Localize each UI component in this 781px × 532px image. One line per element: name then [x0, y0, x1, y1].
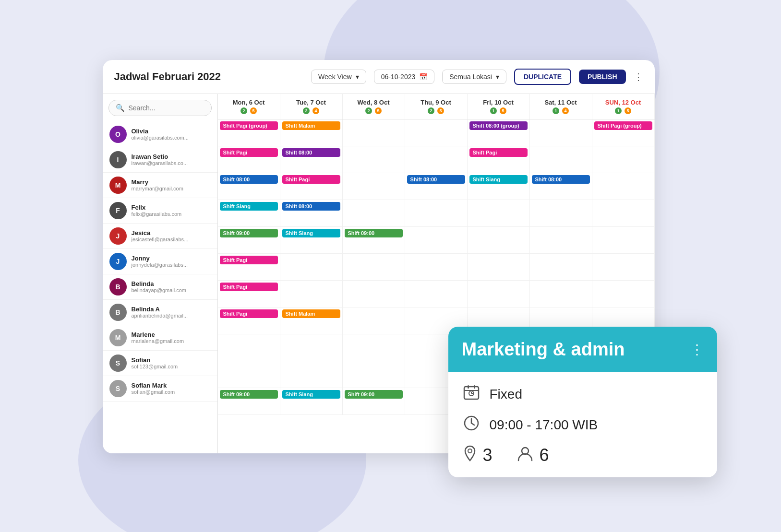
list-item[interactable]: MMarlenemarialena@gmail.com: [103, 325, 217, 351]
cal-cell-1-3: [405, 146, 468, 173]
cal-cell-8-0: [218, 334, 280, 361]
shift-tag[interactable]: Shift 08:00: [532, 175, 590, 184]
list-item[interactable]: JJesicajesicastefi@garasilabs...: [103, 224, 217, 249]
cal-cell-5-4: [468, 254, 530, 280]
shift-tag[interactable]: Shift 08:00: [220, 175, 278, 184]
search-box[interactable]: 🔍: [108, 100, 212, 116]
shift-tag[interactable]: Shift 08:00 (group): [469, 121, 528, 130]
list-item[interactable]: OOliviaolivia@garasilabs.com...: [103, 122, 217, 147]
page-title: Jadwal Februari 2022: [114, 71, 304, 83]
shift-tag[interactable]: Shift Siang: [282, 229, 340, 237]
popup-title: Marketing & admin: [462, 339, 625, 360]
employee-name: Jonny: [132, 255, 188, 262]
search-input[interactable]: [129, 104, 204, 112]
cal-cell-2-2: [343, 173, 405, 200]
employee-name: Sofian Mark: [132, 382, 175, 389]
day-name-1: Tue, 7 Oct: [284, 99, 338, 106]
cal-cell-4-5: [530, 227, 592, 253]
svg-point-10: [468, 449, 472, 453]
employee-name: Belinda: [132, 280, 187, 287]
list-item[interactable]: BBelindabelindayap@gmail.com: [103, 274, 217, 300]
duplicate-button[interactable]: DUPLICATE: [514, 69, 571, 85]
svg-rect-2: [474, 385, 475, 389]
popup-body: Fixed 09:00 - 17:00 WIB: [448, 372, 717, 477]
employee-email: sofi123@gmail.com: [132, 364, 178, 369]
employee-name: Olivia: [132, 128, 189, 135]
shift-tag[interactable]: Shift 08:00: [282, 202, 340, 211]
cal-cell-1-1: Shift 08:00: [280, 146, 343, 173]
cal-cell-10-1: Shift Siang: [280, 388, 343, 414]
shift-tag[interactable]: Shift Pagi: [220, 283, 278, 291]
shift-tag[interactable]: Shift Pagi (group): [594, 121, 652, 130]
cal-cell-2-5: Shift 08:00: [530, 173, 592, 200]
cal-cell-5-0: Shift Pagi: [218, 254, 280, 280]
cal-cell-3-6: [592, 200, 655, 226]
cal-cell-0-2: [343, 119, 405, 146]
shift-tag[interactable]: Shift Malam: [282, 121, 340, 130]
popup-card: Marketing & admin ⋮ Fixed: [448, 327, 717, 477]
cal-cell-5-1: [280, 254, 343, 280]
more-options-icon[interactable]: ⋮: [634, 71, 643, 83]
shift-tag[interactable]: Shift 08:00: [282, 148, 340, 157]
shift-tag[interactable]: Shift 09:00: [345, 229, 403, 237]
cal-cell-3-3: [405, 200, 468, 226]
employee-name: Irawan Setio: [132, 153, 188, 160]
list-item[interactable]: IIrawan Setioirawan@garasilabs.co...: [103, 147, 217, 173]
list-item[interactable]: SSofiansofi123@gmail.com: [103, 351, 217, 376]
popup-shift-type-row: Fixed: [463, 384, 703, 405]
cal-cell-2-0: Shift 08:00: [218, 173, 280, 200]
cal-cell-4-0: Shift 09:00: [218, 227, 280, 253]
shift-tag[interactable]: Shift Pagi: [220, 309, 278, 318]
publish-button[interactable]: PUBLISH: [579, 70, 625, 84]
shift-tag[interactable]: Shift Pagi (group): [220, 121, 278, 130]
cal-cell-3-5: [530, 200, 592, 226]
table-row: Shift PagiShift 08:00Shift Pagi: [218, 146, 655, 173]
employee-email: marrymar@gmail.com: [132, 186, 183, 191]
chevron-down-icon: ▾: [496, 73, 499, 81]
cal-cell-6-2: [343, 281, 405, 307]
shift-tag[interactable]: Shift 09:00: [345, 390, 403, 399]
view-select[interactable]: Week View ▾: [311, 70, 366, 84]
shift-tag[interactable]: Shift 09:00: [220, 229, 278, 237]
shift-tag[interactable]: Shift Malam: [282, 309, 340, 318]
employee-email: felix@garasilabs.com: [132, 211, 182, 217]
cal-cell-7-0: Shift Pagi: [218, 307, 280, 334]
cal-cell-6-1: [280, 281, 343, 307]
list-item[interactable]: SSofian Marksofian@gmail.com: [103, 376, 217, 402]
employee-email: irawan@garasilabs.co...: [132, 160, 188, 166]
location-stat: 3: [463, 445, 493, 466]
cal-cell-0-0: Shift Pagi (group): [218, 119, 280, 146]
cal-cell-5-2: [343, 254, 405, 280]
shift-tag[interactable]: Shift 09:00: [220, 390, 278, 399]
cal-cell-3-1: Shift 08:00: [280, 200, 343, 226]
cal-cell-4-4: [468, 227, 530, 253]
table-row: Shift Pagi (group)Shift MalamShift 08:00…: [218, 119, 655, 146]
cal-cell-7-2: [343, 307, 405, 334]
shift-tag[interactable]: Shift Siang: [282, 390, 340, 399]
shift-tag[interactable]: Shift Siang: [469, 175, 528, 184]
person-icon: [517, 445, 534, 466]
shift-tag[interactable]: Shift Pagi: [469, 148, 528, 157]
list-item[interactable]: BBelinda Aaprilianbelinda@gmail...: [103, 300, 217, 325]
shift-tag[interactable]: Shift 08:00: [407, 175, 465, 184]
cal-cell-10-0: Shift 09:00: [218, 388, 280, 414]
cal-cell-2-4: Shift Siang: [468, 173, 530, 200]
day-name-6: SUN, 12 Oct: [596, 99, 650, 106]
date-picker[interactable]: 06-10-2023 📅: [374, 70, 435, 84]
shift-tag[interactable]: Shift Pagi: [282, 175, 340, 184]
list-item[interactable]: JJonnyjonnydela@garasilabs...: [103, 249, 217, 274]
shift-tag[interactable]: Shift Pagi: [220, 148, 278, 157]
employee-name: Marlene: [132, 331, 184, 338]
popup-more-icon[interactable]: ⋮: [690, 342, 704, 357]
shift-tag[interactable]: Shift Siang: [220, 202, 278, 211]
avatar: M: [109, 329, 127, 346]
cal-cell-1-0: Shift Pagi: [218, 146, 280, 173]
employee-name: Felix: [132, 204, 182, 211]
list-item[interactable]: MMarrymarrymar@gmail.com: [103, 173, 217, 198]
avatar: S: [109, 355, 127, 372]
location-select[interactable]: Semua Lokasi ▾: [442, 70, 506, 84]
app-header: Jadwal Februari 2022 Week View ▾ 06-10-2…: [103, 60, 655, 94]
shift-tag[interactable]: Shift Pagi: [220, 256, 278, 264]
list-item[interactable]: FFelixfelix@garasilabs.com: [103, 198, 217, 224]
cal-cell-0-5: [530, 119, 592, 146]
